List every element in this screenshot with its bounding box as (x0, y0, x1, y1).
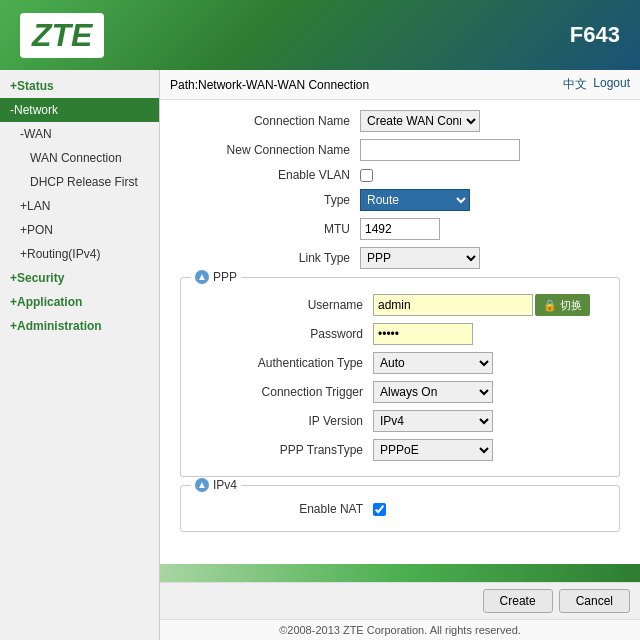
sidebar-item-pon[interactable]: +PON (0, 218, 159, 242)
enable-vlan-control (360, 169, 373, 182)
enable-nat-label: Enable NAT (193, 502, 373, 516)
enable-vlan-label: Enable VLAN (180, 168, 360, 182)
type-row: Type Route (180, 189, 620, 211)
enable-nat-checkbox[interactable] (373, 503, 386, 516)
sidebar-item-administration[interactable]: +Administration (0, 314, 159, 338)
path-bar: Path:Network-WAN-WAN Connection 中文 Logou… (160, 70, 640, 100)
password-input[interactable] (373, 323, 473, 345)
ipv4-section: ▲ IPv4 Enable NAT (180, 485, 620, 532)
auth-type-control: Auto (373, 352, 493, 374)
connection-name-control: Create WAN Conn (360, 110, 480, 132)
ipv4-collapse-icon[interactable]: ▲ (195, 478, 209, 492)
ppp-transtype-label: PPP TransType (193, 443, 373, 457)
password-label: Password (193, 327, 373, 341)
switch-button[interactable]: 🔒 切换 (535, 294, 590, 316)
ppp-collapse-icon[interactable]: ▲ (195, 270, 209, 284)
ppp-transtype-select[interactable]: PPPoE (373, 439, 493, 461)
conn-trigger-control: Always On (373, 381, 493, 403)
mtu-input[interactable] (360, 218, 440, 240)
ipv4-section-label: ▲ IPv4 (191, 478, 241, 492)
mtu-row: MTU (180, 218, 620, 240)
link-type-control: PPP (360, 247, 480, 269)
link-type-select[interactable]: PPP (360, 247, 480, 269)
enable-vlan-row: Enable VLAN (180, 168, 620, 182)
sidebar-item-application[interactable]: +Application (0, 290, 159, 314)
ppp-section: ▲ PPP Username 🔒 切换 Password (180, 277, 620, 477)
new-connection-name-input[interactable] (360, 139, 520, 161)
password-row: Password (193, 323, 607, 345)
sidebar-item-security[interactable]: +Security (0, 266, 159, 290)
sidebar-item-wan[interactable]: -WAN (0, 122, 159, 146)
sidebar-item-network[interactable]: -Network (0, 98, 159, 122)
enable-nat-control (373, 503, 386, 516)
zte-logo: ZTE (20, 13, 104, 58)
ip-version-label: IP Version (193, 414, 373, 428)
enable-vlan-checkbox[interactable] (360, 169, 373, 182)
auth-type-label: Authentication Type (193, 356, 373, 370)
sidebar: +Status -Network -WAN WAN Connection DHC… (0, 70, 160, 640)
main-layout: +Status -Network -WAN WAN Connection DHC… (0, 70, 640, 640)
content-area: Path:Network-WAN-WAN Connection 中文 Logou… (160, 70, 640, 640)
model-number: F643 (570, 22, 620, 48)
ip-version-row: IP Version IPv4 (193, 410, 607, 432)
mtu-label: MTU (180, 222, 360, 236)
sidebar-item-wan-connection[interactable]: WAN Connection (0, 146, 159, 170)
footer-decoration (160, 564, 640, 582)
password-control (373, 323, 473, 345)
ip-version-control: IPv4 (373, 410, 493, 432)
username-control: 🔒 切换 (373, 294, 590, 316)
link-type-row: Link Type PPP (180, 247, 620, 269)
username-row: Username 🔒 切换 (193, 294, 607, 316)
footer-bar: Create Cancel (160, 582, 640, 619)
enable-nat-row: Enable NAT (193, 502, 607, 516)
new-connection-name-row: New Connection Name (180, 139, 620, 161)
ppp-section-label: ▲ PPP (191, 270, 241, 284)
logout-link[interactable]: Logout (593, 76, 630, 93)
conn-trigger-label: Connection Trigger (193, 385, 373, 399)
new-connection-name-control (360, 139, 520, 161)
lang-link[interactable]: 中文 (563, 76, 587, 93)
sidebar-item-status[interactable]: +Status (0, 74, 159, 98)
new-connection-name-label: New Connection Name (180, 143, 360, 157)
ppp-transtype-control: PPPoE (373, 439, 493, 461)
type-select[interactable]: Route (360, 189, 470, 211)
mtu-control (360, 218, 440, 240)
link-type-label: Link Type (180, 251, 360, 265)
header: ZTE F643 (0, 0, 640, 70)
sidebar-item-routing[interactable]: +Routing(IPv4) (0, 242, 159, 266)
connection-name-label: Connection Name (180, 114, 360, 128)
breadcrumb: Path:Network-WAN-WAN Connection (170, 78, 369, 92)
ip-version-select[interactable]: IPv4 (373, 410, 493, 432)
conn-trigger-select[interactable]: Always On (373, 381, 493, 403)
connection-name-row: Connection Name Create WAN Conn (180, 110, 620, 132)
sidebar-item-dhcp-release[interactable]: DHCP Release First (0, 170, 159, 194)
username-label: Username (193, 298, 373, 312)
form-area: Connection Name Create WAN Conn New Conn… (160, 100, 640, 564)
username-input[interactable] (373, 294, 533, 316)
bottom-footer: ©2008-2013 ZTE Corporation. All rights r… (160, 619, 640, 640)
cancel-button[interactable]: Cancel (559, 589, 630, 613)
ppp-transtype-row: PPP TransType PPPoE (193, 439, 607, 461)
type-label: Type (180, 193, 360, 207)
connection-name-select[interactable]: Create WAN Conn (360, 110, 480, 132)
create-button[interactable]: Create (483, 589, 553, 613)
auth-type-row: Authentication Type Auto (193, 352, 607, 374)
conn-trigger-row: Connection Trigger Always On (193, 381, 607, 403)
sidebar-item-lan[interactable]: +LAN (0, 194, 159, 218)
auth-type-select[interactable]: Auto (373, 352, 493, 374)
type-control: Route (360, 189, 470, 211)
path-links: 中文 Logout (563, 76, 630, 93)
